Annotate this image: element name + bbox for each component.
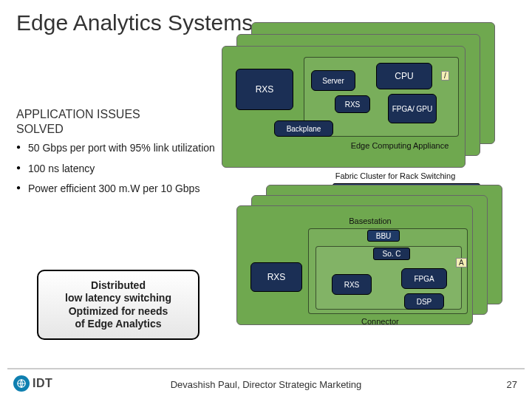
rxs-chip-mid: RXS — [335, 95, 370, 113]
callout-text: Distributed low latency switching Optimi… — [65, 279, 171, 331]
footer: IDT Devashish Paul, Director Strategic M… — [0, 371, 532, 396]
title-text: Edge Analytics Systems — [16, 10, 253, 35]
connector-label: Connector — [361, 317, 399, 326]
bullet-3: Power efficient 300 m.W per 10 Gbps — [28, 183, 200, 194]
footer-divider — [7, 368, 525, 369]
fpga-chip: FPGA — [401, 268, 447, 289]
presenter-name: Devashish Paul, Director Strategic Marke… — [171, 379, 362, 390]
list-item: Power efficient 300 m.W per 10 Gbps — [16, 183, 216, 196]
fpga-gpu-chip: FPGA/ GPU — [388, 94, 437, 123]
rxs-mid-label: RXS — [345, 100, 361, 109]
cpu-chip: CPU — [376, 63, 432, 89]
issues-heading-l2: SOLVED — [16, 123, 64, 135]
rxs-mid-base: RXS — [332, 274, 372, 295]
logo: IDT — [13, 375, 52, 392]
slide-title: Edge Analytics Systems — [16, 10, 253, 35]
server-chip: Server — [311, 70, 355, 91]
appliance-card-front: RXS Server CPU / RXS FPGA/ GPU Backplane… — [222, 46, 466, 168]
fpga-gpu-label: FPGA/ GPU — [392, 105, 432, 113]
page-number: 27 — [507, 379, 517, 390]
appliance-caption: Edge Computing Appliance — [333, 141, 466, 150]
callout-box: Distributed low latency switching Optimi… — [37, 270, 200, 340]
dsp-label: DSP — [417, 298, 432, 306]
cpu-label: CPU — [395, 71, 413, 81]
rxs-left-base: RXS — [250, 262, 302, 292]
soc-label: So. C — [382, 250, 400, 258]
rxs-mid-base-label: RXS — [344, 281, 360, 289]
issues-heading: APPLICATION ISSUES SOLVED — [16, 107, 140, 137]
bullet-1: 50 Gbps per port with 95% link utilizati… — [28, 142, 215, 154]
list-item: 100 ns latency — [16, 163, 216, 176]
bullet-list: 50 Gbps per port with 95% link utilizati… — [16, 142, 216, 203]
server-label: Server — [322, 77, 344, 85]
rxs-chip-left: RXS — [236, 69, 293, 110]
peek-char: / — [441, 71, 449, 81]
cran-subtitle: Fabric Cluster for Rack Switching — [296, 171, 495, 180]
dsp-chip: DSP — [404, 293, 444, 310]
bullet-2: 100 ns latency — [28, 163, 95, 174]
peek-char-2: A — [456, 258, 467, 267]
fpga-label: FPGA — [414, 275, 434, 283]
soc-chip: So. C — [373, 248, 410, 260]
rxs-left-label: RXS — [256, 84, 274, 95]
basestation-card-front: Basestation BBU So. C A RXS RXS FPGA DSP — [236, 205, 473, 325]
globe-icon — [13, 375, 30, 392]
rxs-left-base-label: RXS — [267, 272, 286, 282]
list-item: 50 Gbps per port with 95% link utilizati… — [16, 142, 216, 155]
bbu-chip: BBU — [367, 230, 400, 242]
backplane-chip: Backplane — [274, 120, 333, 137]
basestation-caption: Basestation — [326, 216, 415, 225]
bbu-label: BBU — [376, 232, 392, 240]
issues-heading-l1: APPLICATION ISSUES — [16, 108, 140, 120]
backplane-label: Backplane — [287, 125, 321, 133]
logo-text: IDT — [33, 377, 52, 390]
